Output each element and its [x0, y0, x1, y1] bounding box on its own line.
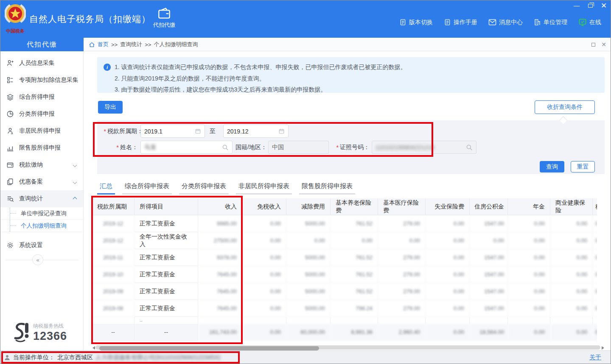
cell-annuity: 0.00 [508, 300, 550, 317]
table-row[interactable]: 2019-12正常工资薪金9985.000.005000.00761.52279… [92, 215, 597, 232]
sidebar-item-classified-income[interactable]: 分类所得申报 [0, 106, 83, 122]
period-to-input[interactable]: 2019.12 [223, 125, 289, 138]
period-from-input[interactable]: 2019.1 [140, 125, 205, 138]
id-number-input[interactable]: 110102199904221219 [372, 141, 476, 154]
menu-unit-management[interactable]: 单位管理 [534, 19, 567, 26]
sidebar-item-label: 优惠备案 [19, 178, 43, 186]
close-button[interactable]: ✕ [600, 2, 607, 9]
tab-comprehensive-income[interactable]: 综合所得申报表 [122, 181, 172, 195]
tab-restricted-stock[interactable]: 限售股所得申报表 [299, 181, 355, 195]
cell-deduct [286, 317, 331, 324]
cell-medical: 279.00 [378, 249, 426, 266]
breadcrumb-home[interactable]: 首页 [98, 41, 109, 48]
restore-button[interactable] [587, 2, 594, 9]
reset-button[interactable]: 重置 [571, 161, 595, 172]
tab-nonresident-income[interactable]: 非居民所得申报表 [236, 181, 292, 195]
col-header-tax-deferred[interactable]: 税延养老保险 [593, 198, 597, 215]
sidebar-item-restricted-stock[interactable]: 限售股所得申报 [0, 139, 83, 156]
menu-online-status[interactable]: 在线 [578, 18, 601, 26]
tab-summary[interactable]: 汇总 [97, 181, 115, 195]
cell-taxext: 0.00 [593, 300, 597, 317]
menu-manual[interactable]: 操作手册 [444, 19, 477, 26]
scroll-left-arrow[interactable] [92, 346, 95, 350]
col-header-deduct[interactable]: 减除费用 [286, 198, 331, 215]
sidebar-item-preference-filing[interactable]: 优惠备案 [0, 173, 83, 190]
cell-period: 2019-09 [92, 283, 135, 300]
sidebar-item-query-statistics[interactable]: 查询统计 [0, 190, 83, 207]
cell-item: .. [135, 317, 198, 324]
sidebar-item-comprehensive-income[interactable]: 综合所得申报 [0, 89, 83, 106]
sidebar-item-tax-payment[interactable]: 税款缴纳 [0, 156, 83, 173]
col-header-medical[interactable]: 基本医疗保险费 [378, 198, 426, 215]
col-header-annuity[interactable]: 年金 [508, 198, 550, 215]
breadcrumb-separator: >> [111, 42, 118, 48]
col-header-health-insurance[interactable]: 商业健康保险 [550, 198, 593, 215]
page-maximize-icon[interactable] [591, 43, 595, 47]
col-header-taxfree[interactable]: 免税收入 [242, 198, 286, 215]
page-close-icon[interactable]: ✕ [601, 41, 606, 48]
header-menu: 版本切换 操作手册 消息中心 单位管理 在线 [399, 18, 601, 26]
cell-item: 正常工资薪金 [135, 283, 198, 300]
col-header-period[interactable]: 税款所属期 [92, 198, 135, 215]
cell-medical: 279.00 [378, 283, 426, 300]
summary-row[interactable]: ----161,743.000.0060,000.008,991.362,960… [92, 324, 597, 341]
header-tab-daikou-daijiao[interactable]: 代扣代缴 [148, 7, 180, 35]
result-table: 税款所属期 所得项目 收入 免税收入 减除费用 基本养老保险费 基本医疗保险费 … [92, 198, 597, 344]
horizontal-scroll-track[interactable] [95, 345, 600, 350]
table-row-clipped[interactable]: .. [92, 317, 597, 324]
cell-income: 161,743.00 [198, 324, 242, 341]
scroll-right-arrow[interactable] [602, 346, 604, 350]
sidebar-item-special-deduction[interactable]: 专项附加扣除信息采集 [0, 72, 83, 89]
checklist-icon [6, 76, 14, 84]
cell-annuity: 0.00 [508, 266, 550, 283]
cell-period: -- [92, 324, 135, 341]
calendar-icon[interactable] [278, 128, 285, 134]
calendar-icon[interactable] [195, 128, 201, 134]
bar-chart-icon [6, 144, 14, 152]
id-number-value: 110102199904221219 [376, 144, 466, 151]
sidebar-item-personnel-info[interactable]: 人员信息采集 [0, 55, 83, 72]
cell-pension: 761.52 [331, 266, 378, 283]
col-header-pension[interactable]: 基本养老保险费 [331, 198, 378, 215]
cell-deduct: 5000.00 [286, 249, 331, 266]
col-header-item[interactable]: 所得项目 [135, 198, 198, 215]
about-link[interactable]: 关于 [589, 354, 601, 361]
table-row[interactable]: 2019-10正常工资薪金7645.000.005000.00761.52279… [92, 266, 597, 283]
table-row[interactable]: 2019-08正常工资薪金7645.000.005000.00798.24279… [92, 300, 597, 317]
horizontal-scroll-thumb[interactable] [99, 346, 319, 350]
export-button[interactable]: 导出 [98, 101, 123, 114]
table-row[interactable]: 2019-12全年一次性奖金收入27500.000.000.000.000.00… [92, 232, 597, 249]
breadcrumb-separator: >> [145, 42, 151, 48]
sidebar-collapse-button[interactable]: « [32, 254, 43, 265]
menu-message-center[interactable]: 消息中心 [488, 19, 523, 26]
sidebar-subitem-personal-withholding-detail[interactable]: 个人扣缴明细查询 [0, 220, 83, 232]
col-header-housing-fund[interactable]: 住房公积金 [470, 198, 508, 215]
table-row[interactable]: 2019-09正常工资薪金7645.000.005000.00761.52279… [92, 283, 597, 300]
search-button[interactable]: 查询 [540, 161, 564, 172]
sidebar-item-label: 非居民所得申报 [19, 127, 61, 135]
name-input[interactable]: 马某 [140, 141, 233, 154]
tab-classified-income[interactable]: 分类所得申报表 [179, 181, 229, 195]
cell-item: 全年一次性奖金收入 [135, 232, 198, 249]
cell-pension: 8,991.36 [331, 324, 378, 341]
cell-health: 0.00 [550, 215, 593, 232]
search-icon[interactable] [466, 144, 473, 151]
chevron-down-icon [73, 180, 77, 184]
horizontal-scrollbar[interactable] [92, 345, 605, 350]
search-icon[interactable] [222, 144, 229, 151]
nationality-input: 中国 [268, 141, 329, 154]
sidebar-item-system-settings[interactable]: 系统设置 [0, 237, 83, 254]
table-row[interactable]: 2019-11正常工资薪金9378.000.005000.00761.52279… [92, 249, 597, 266]
col-header-income[interactable]: 收入 [198, 198, 242, 215]
col-header-unemployment[interactable]: 失业保险费 [426, 198, 470, 215]
sidebar-item-nonresident-income[interactable]: 非居民所得申报 [0, 122, 83, 139]
sidebar-subitem-unit-declaration-records[interactable]: 单位申报记录查询 [0, 208, 83, 220]
menu-version-switch[interactable]: 版本切换 [399, 19, 433, 26]
cell-item: 正常工资薪金 [135, 300, 198, 317]
minimize-button[interactable]: — [573, 2, 580, 9]
fold-query-button[interactable]: 收折查询条件 [535, 100, 595, 114]
cell-period: 2019-08 [92, 300, 135, 317]
breadcrumb-level1[interactable]: 查询统计 [120, 41, 142, 48]
main-content: i 1. 该查询统计表仅能查询已申报成功的数据，不包含未申报、申报失败，已申报但… [84, 51, 611, 350]
nationality-value: 中国 [272, 144, 325, 151]
